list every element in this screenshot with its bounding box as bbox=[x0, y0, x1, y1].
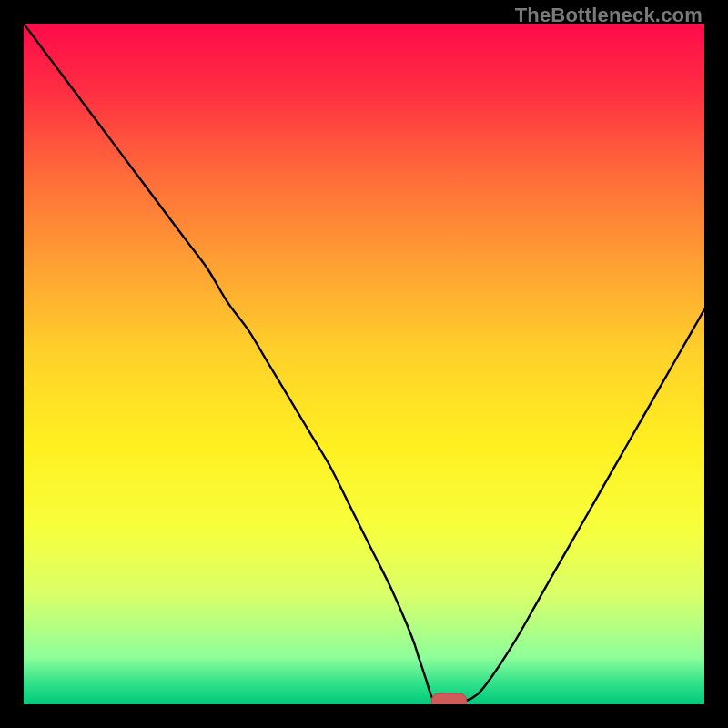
plot-area bbox=[24, 24, 704, 704]
optimum-marker bbox=[431, 693, 467, 704]
gradient-background bbox=[24, 24, 704, 704]
bottleneck-chart bbox=[24, 24, 704, 704]
chart-frame: TheBottleneck.com bbox=[0, 0, 728, 728]
